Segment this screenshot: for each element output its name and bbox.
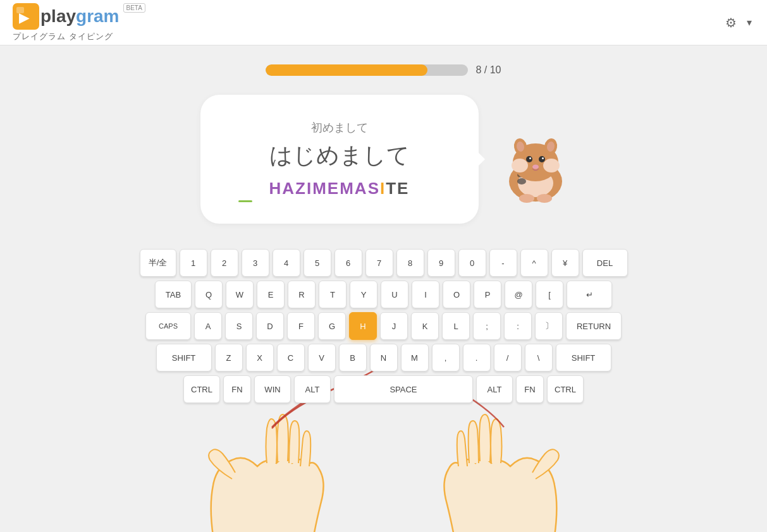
key-win[interactable]: WIN xyxy=(254,375,291,403)
key-tab[interactable]: TAB xyxy=(155,281,192,308)
key-del[interactable]: DEL xyxy=(582,249,628,277)
key-z[interactable]: Z xyxy=(215,344,243,372)
svg-point-18 xyxy=(532,165,539,169)
key-v[interactable]: V xyxy=(308,344,336,372)
svg-point-15 xyxy=(539,156,545,162)
dropdown-button[interactable]: ▾ xyxy=(744,14,754,31)
key-alt-right[interactable]: ALT xyxy=(476,375,513,403)
key-p[interactable]: P xyxy=(474,281,501,308)
key-ctrl-left[interactable]: CTRL xyxy=(183,375,220,403)
key-at[interactable]: @ xyxy=(505,281,532,308)
key-alt-left[interactable]: ALT xyxy=(294,375,331,403)
key-shift-right[interactable]: SHIFT xyxy=(556,344,611,372)
keyboard: 半/全 1 2 3 4 5 6 7 8 9 0 - ^ ¥ DEL TAB Q … xyxy=(133,243,634,409)
logo-area: ▶ playgram BETA プレイグラム タイピング xyxy=(13,3,145,42)
japanese-small-text: 初めまして xyxy=(238,120,441,135)
key-row-4: CTRL FN WIN ALT SPACE ALT FN CTRL xyxy=(140,375,628,403)
key-caps[interactable]: CAPS xyxy=(145,312,191,340)
key-4[interactable]: 4 xyxy=(273,249,300,277)
key-b[interactable]: B xyxy=(339,344,367,372)
key-r[interactable]: R xyxy=(288,281,316,308)
progress-container: 8 / 10 xyxy=(266,64,501,76)
logo-subtitle: プレイグラム タイピング xyxy=(13,31,113,42)
key-semicolon[interactable]: ; xyxy=(473,312,501,340)
key-bracket-left[interactable]: [ xyxy=(536,281,563,308)
key-k[interactable]: K xyxy=(411,312,439,340)
key-d[interactable]: D xyxy=(256,312,284,340)
key-period[interactable]: . xyxy=(463,344,491,372)
key-s[interactable]: S xyxy=(225,312,253,340)
key-1[interactable]: 1 xyxy=(180,249,207,277)
key-bracket-right[interactable]: 〕 xyxy=(535,312,563,340)
logo-top: ▶ playgram BETA xyxy=(13,3,145,30)
key-g[interactable]: G xyxy=(318,312,346,340)
key-w[interactable]: W xyxy=(226,281,254,308)
key-fn-right[interactable]: FN xyxy=(516,375,544,403)
key-enter-small[interactable]: ↵ xyxy=(567,281,612,308)
key-space[interactable]: SPACE xyxy=(334,375,473,403)
key-3[interactable]: 3 xyxy=(242,249,269,277)
key-u[interactable]: U xyxy=(381,281,408,308)
key-f[interactable]: F xyxy=(287,312,315,340)
key-n[interactable]: N xyxy=(370,344,398,372)
key-return[interactable]: RETURN xyxy=(566,312,622,340)
logo-text: playgram xyxy=(40,3,120,30)
key-comma[interactable]: , xyxy=(432,344,460,372)
mascot xyxy=(498,121,567,197)
romaji-current: I xyxy=(380,179,386,198)
key-row-2: CAPS A S D F G H J K L ; : 〕 RETURN xyxy=(140,312,628,340)
key-l[interactable]: L xyxy=(442,312,470,340)
progress-bar-fill xyxy=(266,64,427,76)
key-fn-left[interactable]: FN xyxy=(223,375,251,403)
svg-point-5 xyxy=(517,178,526,184)
romaji-line: HAZIMEMASITE xyxy=(238,179,441,198)
main-content: 8 / 10 初めまして はじめまして HAZIMEMASITE xyxy=(0,45,767,532)
svg-rect-2 xyxy=(16,7,24,13)
key-0[interactable]: 0 xyxy=(458,249,486,277)
key-backslash[interactable]: \ xyxy=(525,344,553,372)
key-8[interactable]: 8 xyxy=(396,249,424,277)
key-j[interactable]: J xyxy=(380,312,408,340)
key-y[interactable]: Y xyxy=(350,281,377,308)
key-minus[interactable]: - xyxy=(489,249,517,277)
key-shift-left[interactable]: SHIFT xyxy=(156,344,212,372)
svg-point-19 xyxy=(519,194,534,203)
key-a[interactable]: A xyxy=(194,312,222,340)
key-t[interactable]: T xyxy=(319,281,347,308)
left-hand xyxy=(209,414,323,532)
key-row-3: SHIFT Z X C V B N M , . / \ SHIFT xyxy=(140,344,628,372)
key-7[interactable]: 7 xyxy=(365,249,393,277)
key-slash[interactable]: / xyxy=(494,344,522,372)
romaji-typed: HAZIMEMAS xyxy=(269,179,380,198)
keyboard-container: 半/全 1 2 3 4 5 6 7 8 9 0 - ^ ¥ DEL TAB Q … xyxy=(169,243,599,532)
key-row-1: TAB Q W E R T Y U I O P @ [ ↵ xyxy=(140,281,628,308)
key-9[interactable]: 9 xyxy=(427,249,455,277)
svg-point-17 xyxy=(542,157,544,159)
key-caret[interactable]: ^ xyxy=(520,249,548,277)
hamster-svg xyxy=(498,121,574,203)
settings-button[interactable]: ⚙ xyxy=(723,13,739,33)
key-ctrl-right[interactable]: CTRL xyxy=(547,375,584,403)
hands-svg xyxy=(169,390,599,532)
key-q[interactable]: Q xyxy=(195,281,223,308)
key-colon[interactable]: : xyxy=(504,312,532,340)
key-hankaku[interactable]: 半/全 xyxy=(140,249,176,277)
key-e[interactable]: E xyxy=(257,281,285,308)
romaji-underline xyxy=(238,200,252,202)
header: ▶ playgram BETA プレイグラム タイピング ⚙ ▾ xyxy=(0,0,767,45)
chevron-down-icon: ▾ xyxy=(747,17,752,28)
key-m[interactable]: M xyxy=(401,344,429,372)
romaji-upcoming: TE xyxy=(386,179,409,198)
key-2[interactable]: 2 xyxy=(211,249,238,277)
key-x[interactable]: X xyxy=(246,344,274,372)
key-i[interactable]: I xyxy=(412,281,439,308)
key-c[interactable]: C xyxy=(277,344,305,372)
key-o[interactable]: O xyxy=(443,281,470,308)
key-yen[interactable]: ¥ xyxy=(551,249,579,277)
key-h[interactable]: H xyxy=(349,312,377,340)
japanese-large-text: はじめまして xyxy=(238,140,441,171)
key-row-0: 半/全 1 2 3 4 5 6 7 8 9 0 - ^ ¥ DEL xyxy=(140,249,628,277)
key-6[interactable]: 6 xyxy=(334,249,362,277)
svg-point-8 xyxy=(512,159,528,172)
key-5[interactable]: 5 xyxy=(304,249,331,277)
